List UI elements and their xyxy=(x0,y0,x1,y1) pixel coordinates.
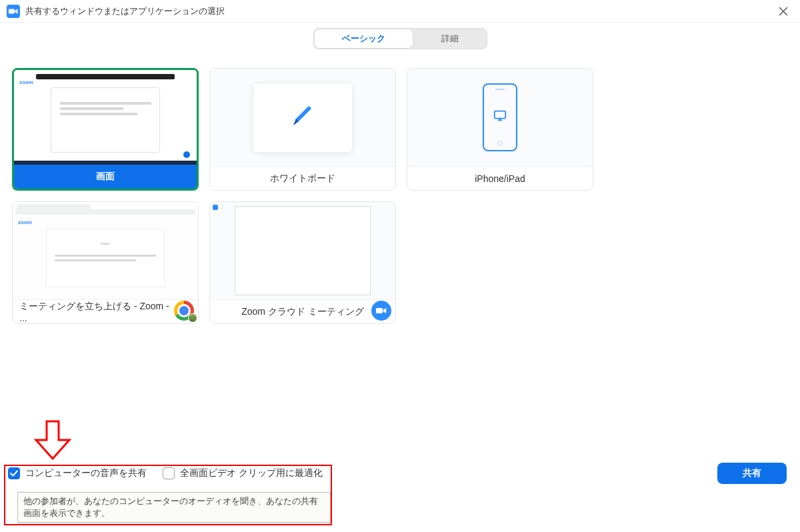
profile-avatar-icon xyxy=(188,313,197,323)
share-tile-screen[interactable]: zoom 画面 xyxy=(12,68,199,191)
svg-rect-2 xyxy=(376,308,383,313)
share-tile-iphone-ipad[interactable]: iPhone/iPad xyxy=(407,68,593,191)
checkbox-share-computer-audio[interactable]: コンピューターの音声を共有 xyxy=(8,467,147,479)
share-tile-whiteboard[interactable]: ホワイトボード xyxy=(209,68,396,191)
tab-basic[interactable]: ベーシック xyxy=(314,29,413,49)
footer: コンピューターの音声を共有 全画面ビデオ クリップ用に最適化 共有 他の参加者が… xyxy=(0,459,800,532)
screen-thumbnail: zoom xyxy=(14,70,197,165)
close-icon xyxy=(779,7,788,16)
check-icon xyxy=(10,470,18,477)
svg-rect-1 xyxy=(495,111,506,119)
share-tile-zoom-window[interactable]: ... Zoom クラウド ミーティング xyxy=(209,201,396,324)
checkbox-label: 全画面ビデオ クリップ用に最適化 xyxy=(180,467,323,479)
zoom-window-thumbnail: ... xyxy=(210,202,395,299)
pen-icon xyxy=(289,103,316,132)
airplay-icon xyxy=(493,109,507,126)
share-options-grid: zoom 画面 ホワイトボード xyxy=(0,49,800,324)
annotation-arrow xyxy=(32,420,73,464)
checkbox-box xyxy=(8,467,20,479)
tile-label: iPhone/iPad xyxy=(407,166,593,190)
zoom-camera-icon xyxy=(371,301,391,321)
zoom-app-icon xyxy=(7,5,20,18)
svg-rect-0 xyxy=(9,9,15,13)
tile-label: Zoom クラウド ミーティング xyxy=(210,299,395,323)
share-button[interactable]: 共有 xyxy=(717,463,787,484)
whiteboard-thumbnail xyxy=(210,69,395,166)
checkbox-label: コンピューターの音声を共有 xyxy=(25,467,147,479)
tile-label: ホワイトボード xyxy=(210,166,395,190)
tile-label: ミーティングを立ち上げる - Zoom - ... xyxy=(13,299,198,323)
tooltip-share-audio: 他の参加者が、あなたのコンピューターのオーディオを聞き、あなたの共有画面を表示で… xyxy=(17,492,331,523)
checkbox-optimize-video-clip[interactable]: 全画面ビデオ クリップ用に最適化 xyxy=(163,467,323,479)
checkbox-box xyxy=(163,467,175,479)
tile-label: 画面 xyxy=(14,165,197,189)
tab-bar: ベーシック 詳細 xyxy=(0,28,800,49)
tab-advanced[interactable]: 詳細 xyxy=(413,29,487,49)
close-button[interactable] xyxy=(773,1,793,21)
iphone-thumbnail xyxy=(407,69,593,166)
share-tile-chrome-window[interactable]: zoom zoom ミーティングを立ち上げる - Zoom - ... xyxy=(12,201,199,324)
window-title: 共有するウィンドウまたはアプリケーションの選択 xyxy=(25,5,225,17)
chrome-window-thumbnail: zoom zoom xyxy=(13,202,198,299)
title-bar: 共有するウィンドウまたはアプリケーションの選択 xyxy=(0,0,800,23)
